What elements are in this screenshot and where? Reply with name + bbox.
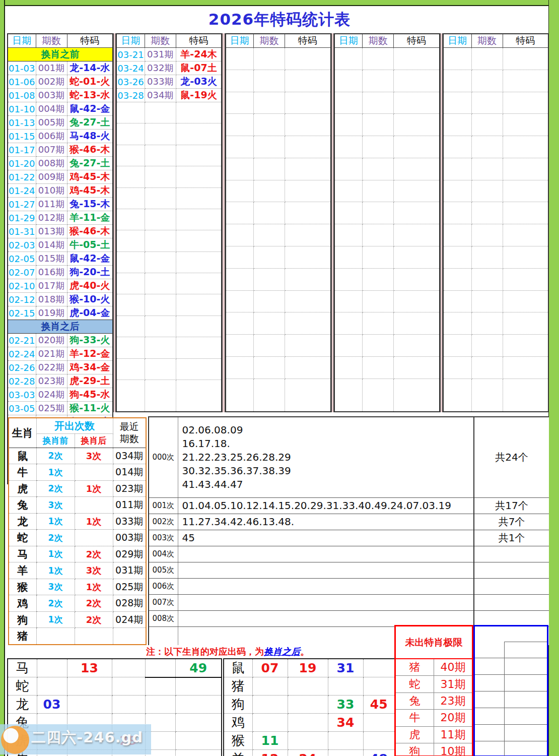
empty-cell <box>394 180 440 202</box>
before-count: 2次 <box>36 448 75 464</box>
recent-period: 024期 <box>113 611 146 627</box>
frequency-row: 006次 <box>149 578 549 594</box>
empty-cell <box>176 251 222 273</box>
before-count: 2次 <box>36 480 75 496</box>
empty-row <box>116 166 222 187</box>
column-header: 日期 <box>8 34 36 48</box>
after-count <box>75 497 113 513</box>
empty-cell <box>116 145 145 166</box>
empty-cell <box>285 92 331 114</box>
recent-period: 034期 <box>113 448 146 464</box>
code-cell: 牛-05-土 <box>67 238 113 252</box>
empty-cell <box>363 70 394 92</box>
empty-cell <box>471 224 503 246</box>
frequency-row: 000次02.06.08.0916.17.18.21.22.23.25.26.2… <box>149 417 549 497</box>
empty-cell <box>145 102 176 123</box>
period-cell: 017期 <box>36 279 67 293</box>
stats-row: 鼠2次3次034期 <box>9 448 146 464</box>
empty-cell <box>285 246 331 269</box>
empty-cell <box>394 312 440 335</box>
frequency-row: 005次 <box>149 562 549 578</box>
period-cell: 001期 <box>36 61 67 75</box>
empty-cell <box>254 335 285 357</box>
stats-row: 兔3次011期 <box>9 497 146 513</box>
period-cell: 003期 <box>36 89 67 102</box>
table-row: 02-10017期虎-40-火 <box>8 279 113 293</box>
period-cell: 031期 <box>145 48 176 61</box>
code-cell: 猴-11-火 <box>67 402 113 415</box>
limit-zodiac: 牛 <box>396 710 434 726</box>
empty-cell <box>176 145 222 166</box>
empty-row <box>334 246 440 269</box>
date-cell: 01-03 <box>8 61 36 75</box>
blue-box-line <box>475 741 547 741</box>
empty-cell <box>226 180 254 202</box>
table-row: 03-26033期龙-03火 <box>116 75 222 89</box>
table-row: 02-12018期猴-10-火 <box>8 293 113 306</box>
code-cell: 狗-45-水 <box>67 388 113 402</box>
empty-cell <box>394 114 440 136</box>
table-row: 02-26022期鸡-34-金 <box>8 361 113 374</box>
column-header: 期数 <box>145 34 176 48</box>
section-label: 换肖之后 <box>8 320 113 334</box>
code-cell: 蛇-01-火 <box>67 75 113 89</box>
period-cell: 023期 <box>36 374 67 388</box>
number-cell: 03 <box>37 696 67 714</box>
empty-row <box>334 202 440 224</box>
recent-period: 031期 <box>113 562 146 579</box>
period-cell: 013期 <box>36 225 67 238</box>
empty-cell <box>503 268 548 290</box>
empty-row <box>226 92 331 114</box>
empty-cell <box>443 92 471 114</box>
empty-row <box>443 246 548 269</box>
empty-cell <box>471 335 503 357</box>
empty-cell <box>394 335 440 357</box>
numbers-line: 02.06.08.09 <box>182 423 474 437</box>
after-count: 1次 <box>75 513 113 529</box>
numbers-line: 01.04.05.10.12.14.15.20.29.31.33.40.49.2… <box>182 499 474 513</box>
empty-cell <box>285 202 331 224</box>
empty-cell <box>226 158 254 180</box>
number-cell <box>328 750 363 756</box>
column-header: 日期 <box>334 34 363 48</box>
after-count <box>75 530 113 546</box>
empty-cell <box>503 114 548 136</box>
table-row: 01-10004期鼠-42-金 <box>8 102 113 116</box>
empty-cell <box>226 70 254 92</box>
zodiac-number-row: 猴11 <box>224 732 395 750</box>
column-header: 特码 <box>67 34 113 48</box>
date-cell: 01-24 <box>8 184 36 198</box>
empty-cell <box>334 335 363 357</box>
empty-row <box>116 337 222 358</box>
frequency-numbers: 01.04.05.10.12.14.15.20.29.31.33.40.49.2… <box>178 497 474 514</box>
code-cell: 鸡-45-木 <box>67 184 113 198</box>
empty-cell <box>471 312 503 335</box>
recent-header-line2: 期数 <box>113 433 146 445</box>
period-cell: 016期 <box>36 266 67 279</box>
empty-row <box>443 158 548 180</box>
empty-cell <box>116 251 145 273</box>
note-suffix: 。 <box>300 646 309 657</box>
empty-row <box>443 136 548 158</box>
period-cell: 019期 <box>36 306 67 320</box>
table-row: 01-15006期马-48-火 <box>8 130 113 143</box>
number-cell: 24 <box>288 750 328 756</box>
empty-cell <box>145 166 176 187</box>
empty-cell <box>334 180 363 202</box>
recent-period <box>113 628 146 645</box>
empty-cell <box>116 380 145 412</box>
empty-row <box>116 251 222 273</box>
empty-row <box>443 290 548 312</box>
empty-cell <box>503 290 548 312</box>
number-cell: 31 <box>328 659 363 677</box>
empty-cell <box>226 246 254 269</box>
empty-row <box>226 158 331 180</box>
period-cell: 025期 <box>36 402 67 415</box>
stats-row: 龙1次1次033期 <box>9 513 146 529</box>
frequency-label: 004次 <box>149 546 178 562</box>
note-link[interactable]: 换肖之后 <box>264 646 300 657</box>
limit-row: 蛇31期 <box>396 676 472 692</box>
limit-zodiac: 兔 <box>396 692 434 709</box>
frequency-label: 002次 <box>149 514 178 530</box>
empty-cell <box>285 180 331 202</box>
